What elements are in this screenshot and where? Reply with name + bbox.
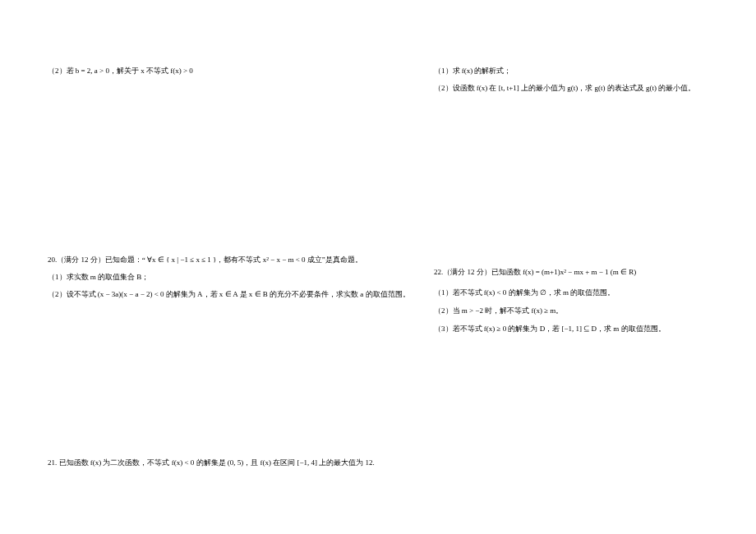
exam-page: （2）若 b = 2, a > 0，解关于 x 不等式 f(x) > 0 20.… xyxy=(0,0,756,534)
q22-header: 22.（满分 12 分）已知函数 f(x) = (m+1)x² − mx + m… xyxy=(434,265,756,279)
q20-header: 20.（满分 12 分）已知命题：“ ∀x ∈ { x | −1 ≤ x ≤ 1… xyxy=(48,253,393,267)
q20-part2: （2）设不等式 (x − 3a)(x − a − 2) < 0 的解集为 A，若… xyxy=(48,288,393,302)
q20-part1: （1）求实数 m 的取值集合 B； xyxy=(48,270,393,284)
q21-part2: （2）设函数 f(x) 在 [t, t+1] 上的最小值为 g(t)，求 g(t… xyxy=(434,81,756,95)
q21-header: 21. 已知函数 f(x) 为二次函数，不等式 f(x) < 0 的解集是 (0… xyxy=(48,456,393,470)
q22-part1: （1）若不等式 f(x) < 0 的解集为 ∅，求 m 的取值范围。 xyxy=(434,286,756,300)
q19-part2: （2）若 b = 2, a > 0，解关于 x 不等式 f(x) > 0 xyxy=(48,64,393,78)
q21-part1: （1）求 f(x) 的解析式； xyxy=(434,64,756,78)
q22-part2: （2）当 m > −2 时，解不等式 f(x) ≥ m。 xyxy=(434,304,756,318)
q22-part3: （3）若不等式 f(x) ≥ 0 的解集为 D，若 [−1, 1] ⊆ D，求 … xyxy=(434,322,756,336)
